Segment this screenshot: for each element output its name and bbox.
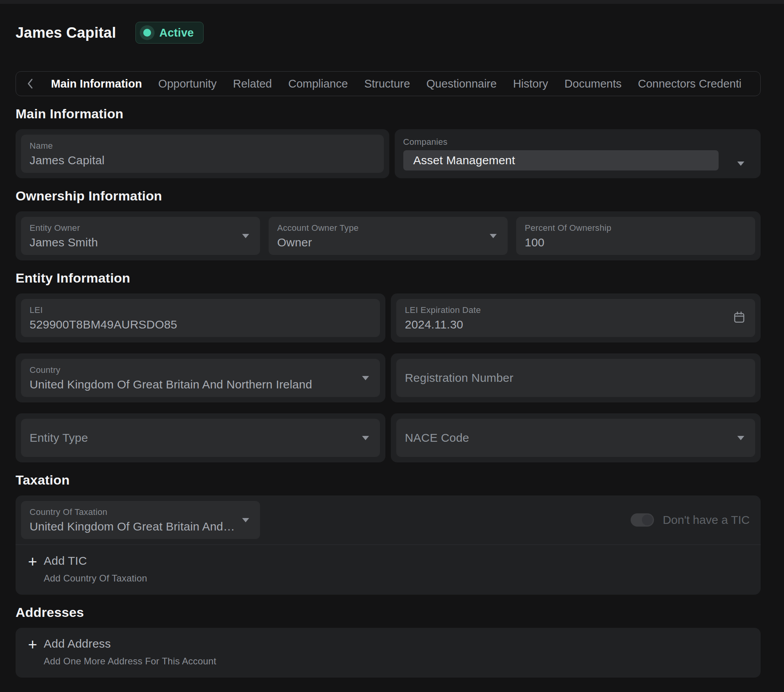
tic-toggle-row: Don't have a TIC (631, 513, 755, 527)
chevron-down-icon (737, 436, 744, 440)
status-badge-label: Active (159, 26, 194, 39)
registration-number-input[interactable]: Registration Number (396, 359, 755, 397)
tab-compliance[interactable]: Compliance (288, 77, 348, 90)
entity-type-row: Entity Type NACE Code (16, 413, 761, 462)
tab-questionnaire[interactable]: Questionnaire (426, 77, 497, 90)
country-select[interactable]: Country United Kingdom Of Great Britain … (21, 359, 380, 397)
chevron-down-icon (242, 518, 249, 522)
page-title: James Capital (16, 25, 116, 41)
add-tic-title: Add TIC (44, 554, 147, 567)
country-value: United Kingdom Of Great Britain And Nort… (30, 378, 371, 391)
section-heading-entity-information: Entity Information (16, 270, 761, 286)
entity-type-select[interactable]: Entity Type (21, 419, 380, 457)
name-label: Name (30, 141, 375, 151)
add-tic-subtitle: Add Country Of Taxation (44, 573, 147, 584)
nace-code-card: NACE Code (391, 413, 761, 462)
dont-have-tic-label: Don't have a TIC (663, 513, 750, 527)
section-heading-taxation: Taxation (16, 472, 761, 488)
nace-code-placeholder: NACE Code (405, 431, 747, 444)
add-address-subtitle: Add One More Address For This Account (44, 656, 216, 667)
add-address-button[interactable]: Add Address Add One More Address For Thi… (16, 628, 761, 678)
dont-have-tic-toggle[interactable] (631, 513, 654, 527)
lei-value: 529900T8BM49AURSDO85 (30, 318, 371, 331)
status-badge: Active (135, 22, 204, 44)
tab-related[interactable]: Related (233, 77, 272, 90)
lei-input[interactable]: LEI 529900T8BM49AURSDO85 (21, 299, 380, 337)
chevron-down-icon (490, 234, 497, 238)
country-row: Country United Kingdom Of Great Britain … (16, 353, 761, 402)
add-address-title: Add Address (44, 637, 216, 650)
add-tic-button[interactable]: Add TIC Add Country Of Taxation (16, 544, 761, 595)
entity-owner-select[interactable]: Entity Owner James Smith (21, 217, 260, 255)
registration-number-card: Registration Number (391, 353, 761, 402)
country-of-taxation-select[interactable]: Country Of Taxation United Kingdom Of Gr… (21, 501, 260, 539)
lei-row: LEI 529900T8BM49AURSDO85 LEI Expiration … (16, 293, 761, 342)
percent-of-ownership-value: 100 (525, 236, 747, 249)
account-page: James Capital Active Main Information Op… (0, 22, 784, 678)
plus-icon (28, 637, 37, 652)
lei-expiration-date-input[interactable]: LEI Expiration Date 2024.11.30 (396, 299, 755, 337)
companies-select[interactable]: Companies Asset Management (395, 129, 761, 178)
name-card: Name James Capital (16, 129, 389, 178)
tab-connectors-credentials[interactable]: Connectors Credenti (638, 77, 742, 90)
lei-expiration-card: LEI Expiration Date 2024.11.30 (391, 293, 761, 342)
entity-type-card: Entity Type (16, 413, 385, 462)
companies-selected-chip[interactable]: Asset Management (403, 150, 719, 170)
entity-owner-label: Entity Owner (30, 223, 251, 233)
plus-icon (28, 554, 37, 569)
chevron-down-icon (362, 436, 369, 440)
companies-label: Companies (403, 137, 752, 147)
lei-label: LEI (30, 305, 371, 315)
main-information-row: Name James Capital Companies Asset Manag… (16, 129, 761, 178)
section-heading-addresses: Addresses (16, 605, 761, 620)
lei-card: LEI 529900T8BM49AURSDO85 (16, 293, 385, 342)
ownership-card: Entity Owner James Smith Account Owner T… (16, 211, 761, 260)
tab-documents[interactable]: Documents (564, 77, 622, 90)
percent-of-ownership-label: Percent Of Ownership (525, 223, 747, 233)
name-value: James Capital (30, 154, 375, 167)
account-owner-type-select[interactable]: Account Owner Type Owner (269, 217, 508, 255)
section-heading-ownership: Ownership Information (16, 188, 761, 204)
registration-number-placeholder: Registration Number (405, 371, 747, 385)
taxation-card: Country Of Taxation United Kingdom Of Gr… (16, 495, 761, 595)
tab-opportunity[interactable]: Opportunity (158, 77, 217, 90)
tab-bar: Main Information Opportunity Related Com… (16, 71, 761, 96)
calendar-icon[interactable] (733, 311, 746, 325)
section-heading-main-information: Main Information (16, 106, 761, 121)
account-owner-type-label: Account Owner Type (277, 223, 499, 233)
tab-main-information[interactable]: Main Information (51, 77, 142, 90)
lei-expiration-label: LEI Expiration Date (405, 305, 747, 315)
page-header: James Capital Active (16, 22, 761, 44)
toggle-knob (642, 515, 653, 525)
account-owner-type-value: Owner (277, 236, 499, 249)
country-label: Country (30, 365, 371, 375)
chevron-down-icon (737, 162, 744, 166)
tab-structure[interactable]: Structure (364, 77, 410, 90)
chevron-left-icon[interactable] (25, 77, 35, 90)
entity-type-placeholder: Entity Type (30, 431, 371, 444)
name-input[interactable]: Name James Capital (21, 135, 384, 173)
country-of-taxation-label: Country Of Taxation (30, 507, 251, 517)
chevron-right-icon[interactable] (758, 77, 761, 90)
nace-code-select[interactable]: NACE Code (396, 419, 755, 457)
chevron-down-icon (242, 234, 249, 238)
lei-expiration-value: 2024.11.30 (405, 318, 747, 331)
country-of-taxation-value: United Kingdom Of Great Britain And… (30, 520, 251, 533)
tab-history[interactable]: History (513, 77, 548, 90)
taxation-top-row: Country Of Taxation United Kingdom Of Gr… (16, 495, 761, 544)
status-dot-icon (140, 25, 155, 40)
addresses-card: Add Address Add One More Address For Thi… (16, 628, 761, 678)
country-card: Country United Kingdom Of Great Britain … (16, 353, 385, 402)
percent-of-ownership-input[interactable]: Percent Of Ownership 100 (516, 217, 755, 255)
chevron-down-icon (362, 376, 369, 380)
window-top-strip (0, 0, 784, 4)
entity-owner-value: James Smith (30, 236, 251, 249)
